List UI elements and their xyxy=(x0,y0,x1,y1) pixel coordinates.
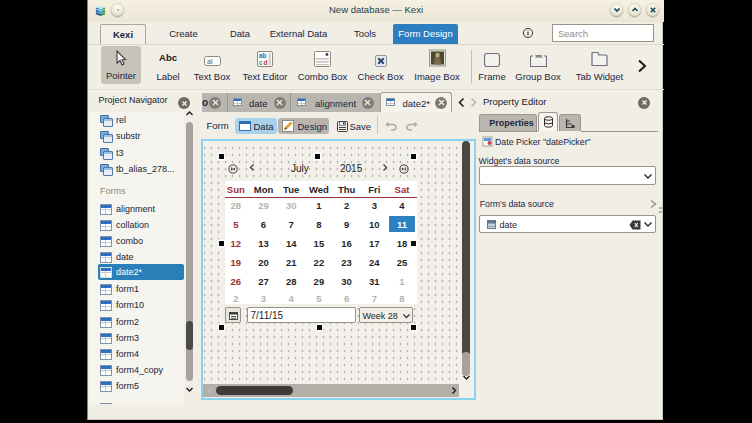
svg-text:xxx: xxx xyxy=(535,53,543,59)
svg-text:c: c xyxy=(259,59,263,66)
svg-text:d: d xyxy=(264,59,268,66)
svg-text:al: al xyxy=(207,58,213,65)
